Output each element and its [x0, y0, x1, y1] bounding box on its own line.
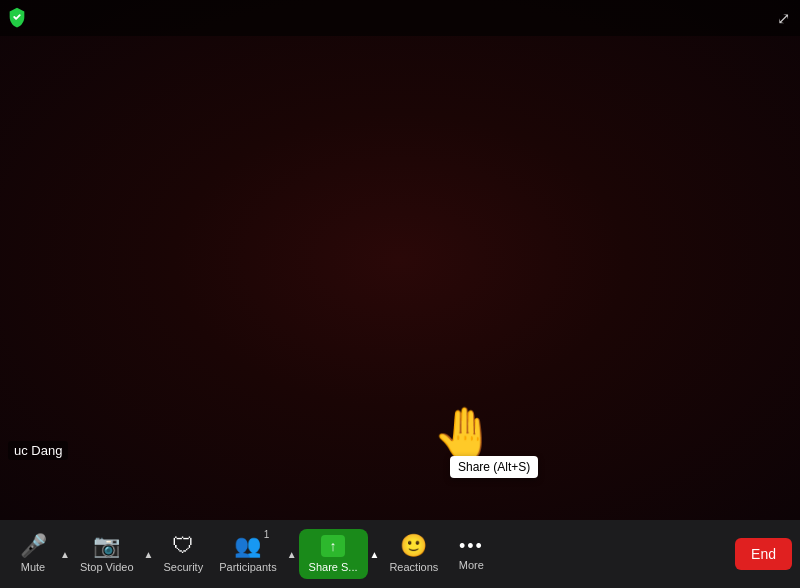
- participants-button[interactable]: 👥 1 Participants: [211, 529, 284, 579]
- reactions-label: Reactions: [389, 561, 438, 573]
- end-button[interactable]: End: [735, 538, 792, 570]
- reactions-button[interactable]: 🙂 Reactions: [381, 529, 446, 579]
- video-chevron[interactable]: ▲: [142, 543, 156, 566]
- emoji-icon: 🙂: [400, 535, 427, 557]
- mute-chevron[interactable]: ▲: [58, 543, 72, 566]
- participants-group: 👥 1 Participants ▲: [211, 529, 298, 579]
- shield-check-icon: [6, 6, 28, 28]
- share-screen-label: Share S...: [309, 561, 358, 573]
- more-group: ••• More: [446, 531, 496, 577]
- participants-icon: 👥: [234, 533, 261, 558]
- microphone-icon: 🎤: [20, 535, 47, 557]
- participants-count: 1: [264, 529, 270, 540]
- video-area: ⤢ uc Dang 🤚 Share (Alt+S): [0, 0, 800, 520]
- camera-icon: 📷: [93, 535, 120, 557]
- video-group: 📷 Stop Video ▲: [72, 529, 156, 579]
- share-screen-chevron[interactable]: ▲: [368, 543, 382, 566]
- more-icon: •••: [459, 537, 484, 555]
- mute-label: Mute: [21, 561, 45, 573]
- security-button[interactable]: 🛡 Security: [155, 529, 211, 579]
- mute-button[interactable]: 🎤 Mute: [8, 529, 58, 579]
- shield-icon: 🛡: [172, 535, 194, 557]
- meeting-toolbar: 🎤 Mute ▲ 📷 Stop Video ▲ 🛡 Security 👥 1 P…: [0, 520, 800, 588]
- participants-label: Participants: [219, 561, 276, 573]
- participant-name-label: uc Dang: [8, 441, 68, 460]
- expand-button[interactable]: ⤢: [777, 9, 790, 28]
- top-bar: ⤢: [0, 0, 800, 36]
- mute-group: 🎤 Mute ▲: [8, 529, 72, 579]
- security-group: 🛡 Security: [155, 529, 211, 579]
- reactions-group: 🙂 Reactions: [381, 529, 446, 579]
- security-label: Security: [163, 561, 203, 573]
- stop-video-label: Stop Video: [80, 561, 134, 573]
- security-badge: [6, 6, 28, 32]
- participants-chevron[interactable]: ▲: [285, 543, 299, 566]
- more-button[interactable]: ••• More: [446, 531, 496, 577]
- share-screen-icon: ↑: [321, 535, 345, 557]
- share-screen-button[interactable]: ↑ Share S...: [299, 529, 368, 579]
- more-label: More: [459, 559, 484, 571]
- share-screen-tooltip: Share (Alt+S): [450, 456, 538, 478]
- stop-video-button[interactable]: 📷 Stop Video: [72, 529, 142, 579]
- share-screen-group: ↑ Share S... ▲: [299, 529, 382, 579]
